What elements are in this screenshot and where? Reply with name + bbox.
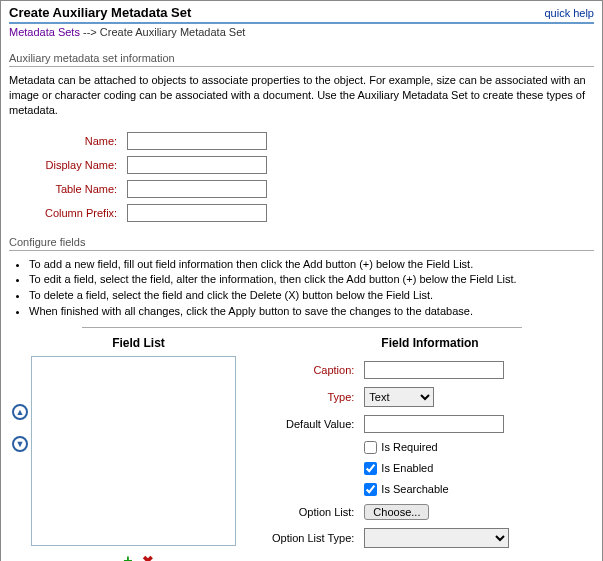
- field-list[interactable]: [31, 356, 236, 546]
- is-required-checkbox[interactable]: [364, 441, 377, 454]
- field-editor: ▲ ▼ Field List + ✖ Field Information Cap…: [9, 336, 594, 561]
- caption-label: Caption:: [268, 358, 358, 382]
- name-label: Name:: [41, 130, 121, 152]
- breadcrumb-current: Create Auxiliary Metadata Set: [100, 26, 246, 38]
- is-searchable-checkbox[interactable]: [364, 483, 377, 496]
- display-name-label: Display Name:: [41, 154, 121, 176]
- option-list-label: Option List:: [268, 501, 358, 523]
- breadcrumb-sep: -->: [80, 26, 100, 38]
- is-enabled-label: Is Enabled: [381, 462, 433, 474]
- delete-icon: ✖: [142, 553, 154, 561]
- is-searchable-label: Is Searchable: [381, 483, 448, 495]
- header-rule: [9, 22, 594, 24]
- field-list-actions: + ✖: [31, 552, 246, 561]
- section-fields-rule: [9, 250, 594, 251]
- section-info-rule: [9, 66, 594, 67]
- down-icon: ▼: [16, 439, 25, 449]
- default-value-input[interactable]: [364, 415, 504, 433]
- header: Create Auxiliary Metadata Set quick help: [9, 5, 594, 20]
- reorder-controls: ▲ ▼: [9, 336, 31, 460]
- is-required-label: Is Required: [381, 441, 437, 453]
- move-up-button[interactable]: ▲: [12, 404, 28, 420]
- table-name-label: Table Name:: [41, 178, 121, 200]
- quick-help-link[interactable]: quick help: [544, 7, 594, 19]
- move-down-button[interactable]: ▼: [12, 436, 28, 452]
- section-info-desc: Metadata can be attached to objects to a…: [9, 73, 594, 118]
- field-info-form: Caption: Type: Text Default Value: Is Re…: [266, 356, 515, 553]
- field-info-column: Field Information Caption: Type: Text De…: [246, 336, 594, 553]
- default-value-label: Default Value:: [268, 412, 358, 436]
- field-list-column: Field List + ✖: [31, 336, 246, 561]
- page-title: Create Auxiliary Metadata Set: [9, 5, 191, 20]
- instruction-item: To edit a field, select the field, alter…: [29, 272, 594, 287]
- instruction-item: When finished with all changes, click th…: [29, 304, 594, 319]
- display-name-input[interactable]: [127, 156, 267, 174]
- type-select[interactable]: Text: [364, 387, 434, 407]
- instructions-list: To add a new field, fill out field infor…: [29, 257, 594, 319]
- mid-rule: [82, 327, 522, 328]
- section-fields-title: Configure fields: [9, 236, 594, 248]
- table-name-input[interactable]: [127, 180, 267, 198]
- field-list-heading: Field List: [31, 336, 246, 350]
- up-icon: ▲: [16, 407, 25, 417]
- is-enabled-checkbox[interactable]: [364, 462, 377, 475]
- delete-field-button[interactable]: ✖: [139, 553, 157, 561]
- choose-button[interactable]: Choose...: [364, 504, 429, 520]
- column-prefix-label: Column Prefix:: [41, 202, 121, 224]
- breadcrumb-link[interactable]: Metadata Sets: [9, 26, 80, 38]
- type-label: Type:: [268, 384, 358, 410]
- option-list-type-label: Option List Type:: [268, 525, 358, 551]
- name-input[interactable]: [127, 132, 267, 150]
- column-prefix-input[interactable]: [127, 204, 267, 222]
- metadata-form: Name: Display Name: Table Name: Column P…: [39, 128, 273, 226]
- plus-icon: +: [123, 552, 132, 561]
- caption-input[interactable]: [364, 361, 504, 379]
- add-field-button[interactable]: +: [120, 552, 135, 561]
- option-list-type-select[interactable]: [364, 528, 509, 548]
- field-info-heading: Field Information: [266, 336, 594, 350]
- instruction-item: To add a new field, fill out field infor…: [29, 257, 594, 272]
- section-info-title: Auxiliary metadata set information: [9, 52, 594, 64]
- page: Create Auxiliary Metadata Set quick help…: [0, 0, 603, 561]
- instruction-item: To delete a field, select the field and …: [29, 288, 594, 303]
- breadcrumb: Metadata Sets --> Create Auxiliary Metad…: [9, 26, 594, 38]
